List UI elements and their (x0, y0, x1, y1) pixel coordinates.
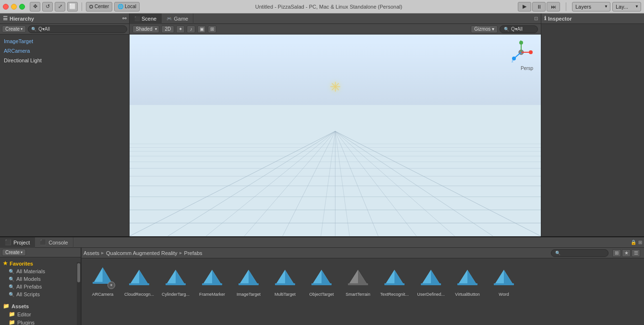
rotate-tool-btn[interactable]: ↺ (42, 2, 53, 12)
hierarchy-item-imagetarget[interactable]: ImageTarget (0, 36, 129, 46)
lighting-btn[interactable]: ✦ (176, 25, 185, 33)
asset-item-objecttarget[interactable]: ObjectTarget (304, 262, 339, 297)
play-btn[interactable]: ▶ (518, 2, 531, 12)
center-panel: ⬛ Scene 🎮 Game ⊡ Shaded 2D ✦ ♪ (130, 13, 541, 236)
asset-icon-textrecognit (380, 262, 409, 291)
svg-marker-45 (176, 270, 185, 284)
move-tool-btn[interactable]: ✥ (30, 2, 40, 12)
project-lock-icon[interactable]: 🔒 (631, 240, 636, 245)
favorites-item-models[interactable]: 🔍 All Models (3, 275, 78, 283)
console-tab-icon: ⬛ (40, 239, 47, 245)
asset-item-multitarget[interactable]: MultiTarget (268, 262, 302, 297)
project-main: Assets ▸ Qualcomm Augmented Reality ▸ Pr… (82, 248, 644, 325)
svg-marker-76 (458, 270, 467, 284)
main-toolbar: ✥ ↺ ⤢ ⬜ Center 🌐 Local Untitled - PizzaS… (0, 0, 644, 13)
favorites-item-materials[interactable]: 🔍 All Materials (3, 267, 78, 275)
hierarchy-search[interactable]: 🔍 Q▾All (28, 25, 127, 33)
audio-btn[interactable]: ♪ (187, 25, 195, 33)
svg-marker-56 (276, 270, 285, 284)
scene-toolbar: Shaded 2D ✦ ♪ ▣ ⊞ Gizmos ▾ 🔍 Q▾All (130, 24, 541, 35)
pause-btn[interactable]: ⏸ (532, 2, 546, 12)
hierarchy-create-btn[interactable]: Create ▾ (2, 25, 26, 33)
project-tabs: ⬛ Project ⬛ Console 🔒 ⊞ (0, 237, 644, 248)
scene-search[interactable]: 🔍 Q▾All (500, 25, 538, 33)
shaded-label: Shaded (136, 26, 152, 32)
scale-tool-btn[interactable]: ⤢ (55, 2, 65, 12)
step-btn[interactable]: ⏭ (547, 2, 560, 12)
maximize-window-btn[interactable] (19, 4, 25, 10)
project-tab-icon: ⬛ (5, 239, 12, 245)
breadcrumb-sep-1: ▸ (101, 250, 104, 256)
scene-viewport[interactable]: ✳ Y X (130, 35, 541, 236)
project-main-toolbar: Assets ▸ Qualcomm Augmented Reality ▸ Pr… (82, 248, 644, 258)
create-chevron-icon: ▾ (21, 27, 23, 31)
svg-marker-81 (504, 270, 513, 284)
project-tab-label: Project (13, 240, 30, 245)
asset-item-cylindertarg[interactable]: CylinderTarg... (158, 262, 193, 297)
sidebar-scrollbar[interactable] (77, 262, 81, 325)
asset-item-arcamera[interactable]: + ARCamera (85, 262, 120, 297)
search-materials-icon: 🔍 (9, 269, 14, 274)
favorites-item-scripts[interactable]: 🔍 All Scripts (3, 290, 78, 298)
tab-scene[interactable]: ⬛ Scene (130, 13, 162, 24)
asset-label-smartterrain: SmartTerrain (346, 292, 370, 297)
asset-item-smartterrain[interactable]: SmartTerrain (341, 262, 375, 297)
project-create-btn[interactable]: Create ▾ (2, 249, 26, 256)
breadcrumb-assets[interactable]: Assets (83, 250, 99, 256)
search-scripts-icon: 🔍 (9, 292, 14, 297)
camera-btn[interactable]: ⊞ (208, 25, 216, 33)
svg-marker-68 (385, 270, 394, 284)
favorites-item-prefabs[interactable]: 🔍 All Prefabs (3, 283, 78, 290)
gizmos-btn[interactable]: Gizmos ▾ (471, 25, 498, 33)
maximize-btn[interactable]: ⊡ (531, 16, 541, 21)
layout-dropdown[interactable]: Lay... (612, 2, 641, 12)
tab-project[interactable]: ⬛ Project (0, 237, 35, 248)
project-sidebar: Create ▾ ★ Favorites 🔍 All Materials (0, 248, 82, 325)
asset-icon-cloudrecogn (125, 262, 154, 291)
project-expand-icon[interactable]: ⊞ (638, 240, 642, 245)
asset-item-framemarker[interactable]: FrameMarker (195, 262, 229, 297)
tab-console[interactable]: ⬛ Console (35, 237, 73, 248)
lock-icon[interactable]: ⚯ (122, 16, 126, 21)
asset-item-textrecognit[interactable]: TextRecognit... (377, 262, 412, 297)
svg-rect-46 (166, 283, 186, 285)
svg-marker-44 (167, 270, 176, 284)
asset-label-userdefined: UserDefined... (417, 292, 445, 297)
bottom-row: ⬛ Project ⬛ Console 🔒 ⊞ (0, 236, 644, 325)
hierarchy-panel: ☰ Hierarchy ⚯ Create ▾ 🔍 Q▾All ImageTarg (0, 13, 130, 236)
view-2d-btn[interactable]: 2D (161, 25, 174, 33)
asset-item-virtualbutton[interactable]: VirtualButton (450, 262, 485, 297)
assets-item-editor[interactable]: 📁 Editor (3, 310, 78, 318)
local-btn[interactable]: 🌐 Local (114, 2, 140, 12)
shaded-dropdown[interactable]: Shaded (132, 25, 159, 33)
breadcrumb-prefabs[interactable]: Prefabs (184, 250, 203, 256)
center-btn[interactable]: Center (86, 2, 112, 12)
minimize-window-btn[interactable] (11, 4, 17, 10)
svg-marker-41 (139, 270, 148, 284)
project-icon-btn-1[interactable]: ⊞ (612, 249, 621, 257)
asset-item-word[interactable]: Word (487, 262, 521, 297)
asset-item-cloudrecogn[interactable]: CloudRecogn... (122, 262, 156, 297)
asset-label-imagetarget: ImageTarget (237, 292, 261, 297)
rect-tool-btn[interactable]: ⬜ (67, 2, 78, 12)
tab-game[interactable]: 🎮 Game (162, 13, 193, 24)
project-icons-row: ⊞ ★ ☰ (610, 249, 642, 257)
assets-header: 📁 Assets (3, 302, 78, 310)
hierarchy-toolbar: Create ▾ 🔍 Q▾All (0, 24, 129, 35)
project-icon-btn-2[interactable]: ★ (622, 249, 631, 257)
close-window-btn[interactable] (3, 4, 9, 10)
hierarchy-item-directionallight[interactable]: Directional Light (0, 56, 129, 65)
assets-label: Assets (12, 303, 29, 309)
project-icon-btn-3[interactable]: ☰ (632, 249, 640, 257)
asset-item-imagetarget[interactable]: ImageTarget (231, 262, 266, 297)
breadcrumb-qualcomm[interactable]: Qualcomm Augmented Reality (106, 250, 178, 256)
hierarchy-item-arcamera[interactable]: ARCamera (0, 46, 129, 56)
svg-rect-70 (384, 283, 405, 285)
window-title: Untitled - PizzaSalad - PC, Mac & Linux … (142, 4, 516, 10)
assets-item-plugins[interactable]: 📁 Plugins (3, 318, 78, 325)
fx-btn[interactable]: ▣ (197, 25, 206, 33)
project-search[interactable]: 🔍 (551, 249, 608, 257)
game-tab-label: Game (174, 16, 188, 22)
layers-dropdown[interactable]: Layers (572, 2, 610, 12)
asset-item-userdefined[interactable]: UserDefined... (414, 262, 448, 297)
